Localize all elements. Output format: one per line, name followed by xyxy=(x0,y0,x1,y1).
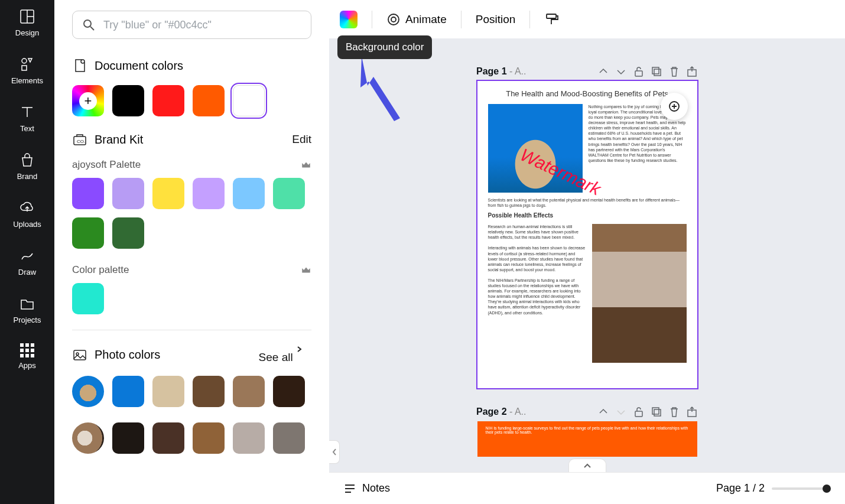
color-palette-label: Color palette xyxy=(72,264,129,276)
page-2[interactable]: NIH is funding large-scale surveys to fi… xyxy=(477,421,697,457)
cloud-upload-icon xyxy=(19,200,35,216)
color-swatch[interactable] xyxy=(152,85,184,116)
chevron-up-icon[interactable] xyxy=(597,406,609,418)
search-input[interactable] xyxy=(103,19,301,31)
color-swatch[interactable] xyxy=(112,217,144,249)
color-swatch[interactable] xyxy=(72,283,104,314)
brand-kit-icon: CO. xyxy=(72,132,87,147)
doc-para2: Scientists are looking at what the poten… xyxy=(488,197,687,208)
color-swatch[interactable] xyxy=(152,376,184,407)
trash-icon[interactable] xyxy=(668,406,680,418)
shapes-icon xyxy=(19,56,35,73)
trash-icon[interactable] xyxy=(668,66,680,77)
chevron-down-icon[interactable] xyxy=(615,66,627,77)
format-painter-button[interactable] xyxy=(544,12,558,27)
document-colors-header: Document colors xyxy=(72,58,311,73)
add-element-fab[interactable] xyxy=(661,93,688,120)
color-swatch[interactable] xyxy=(112,178,144,209)
svg-point-3 xyxy=(22,58,27,63)
chevron-up-icon xyxy=(583,463,592,469)
nav-brand[interactable]: Brand xyxy=(17,152,38,181)
color-search[interactable] xyxy=(72,11,311,39)
document-content: The Health and Mood-Boosting Benefits of… xyxy=(477,81,697,376)
lock-icon[interactable] xyxy=(633,406,645,418)
zoom-slider[interactable] xyxy=(772,487,831,490)
export-icon[interactable] xyxy=(686,66,698,77)
photo-icon xyxy=(72,347,87,363)
canvas-area: Animate Position Background color Page 1… xyxy=(329,0,845,504)
duplicate-icon[interactable] xyxy=(651,66,662,77)
svg-rect-10 xyxy=(74,350,86,360)
collapse-panel-handle[interactable] xyxy=(329,440,340,464)
grid-icon xyxy=(20,343,34,357)
doc-title: The Health and Mood-Boosting Benefits of… xyxy=(488,89,687,99)
folder-icon xyxy=(19,295,35,312)
color-swatch[interactable] xyxy=(193,422,225,454)
svg-rect-15 xyxy=(635,71,642,76)
page-1-label: Page 1 - A.. xyxy=(476,66,526,77)
color-swatch-selected[interactable] xyxy=(233,85,265,116)
text-icon xyxy=(19,104,35,121)
color-swatch[interactable] xyxy=(112,422,144,454)
svg-text:CO.: CO. xyxy=(77,139,85,144)
nav-uploads[interactable]: Uploads xyxy=(13,200,41,229)
add-color-swatch[interactable]: + xyxy=(72,85,104,116)
top-toolbar: Animate Position xyxy=(329,0,845,38)
nav-apps[interactable]: Apps xyxy=(18,343,36,370)
page-2-label: Page 2 - A.. xyxy=(476,407,526,417)
color-swatch[interactable] xyxy=(152,178,184,209)
photo-colors-row-1 xyxy=(72,376,311,407)
expand-pages-tab[interactable] xyxy=(568,459,606,472)
duplicate-icon[interactable] xyxy=(651,406,662,418)
color-swatch[interactable] xyxy=(193,376,225,407)
color-swatch[interactable] xyxy=(152,422,184,454)
color-swatch[interactable] xyxy=(112,376,144,407)
divider xyxy=(72,330,311,330)
page-1[interactable]: The Health and Mood-Boosting Benefits of… xyxy=(477,81,697,388)
position-button[interactable]: Position xyxy=(476,13,516,26)
nav-text[interactable]: Text xyxy=(19,104,35,133)
color-swatch[interactable] xyxy=(233,178,265,209)
bag-icon xyxy=(19,152,35,168)
background-color-button[interactable] xyxy=(340,11,358,28)
color-swatch[interactable] xyxy=(112,85,144,116)
color-swatch[interactable] xyxy=(273,376,305,407)
animate-button[interactable]: Animate xyxy=(386,12,447,27)
color-swatch[interactable] xyxy=(72,217,104,249)
nav-design[interactable]: Design xyxy=(15,8,39,37)
color-swatch[interactable] xyxy=(72,178,104,209)
nav-elements[interactable]: Elements xyxy=(11,56,43,85)
color-swatch[interactable] xyxy=(193,85,225,116)
see-all-link[interactable]: See all xyxy=(259,346,311,364)
lock-icon[interactable] xyxy=(633,66,645,77)
svg-rect-16 xyxy=(652,67,659,74)
notes-button[interactable]: Notes xyxy=(343,482,390,495)
nav-projects[interactable]: Projects xyxy=(14,295,41,324)
chevron-left-icon xyxy=(332,448,337,456)
nav-draw[interactable]: Draw xyxy=(18,248,36,277)
separator xyxy=(529,11,530,28)
photo-thumb[interactable] xyxy=(72,422,104,454)
svg-rect-22 xyxy=(654,409,661,416)
photo-colors-header: Photo colors See all xyxy=(72,346,311,364)
page-indicator: Page 1 / 2 xyxy=(716,482,765,495)
svg-point-12 xyxy=(388,14,399,25)
color-swatch[interactable] xyxy=(233,422,265,454)
palette-swatches xyxy=(72,283,311,314)
export-icon[interactable] xyxy=(686,406,698,418)
chevron-down-icon[interactable] xyxy=(615,406,627,418)
chevron-up-icon[interactable] xyxy=(597,66,609,77)
color-swatch[interactable] xyxy=(233,376,265,407)
zoom-thumb[interactable] xyxy=(823,485,831,493)
notes-icon xyxy=(343,482,356,495)
svg-rect-21 xyxy=(652,408,659,414)
brand-kit-header: CO. Brand Kit Edit xyxy=(72,132,311,147)
photo-colors-row-2 xyxy=(72,422,311,454)
page-1-header: Page 1 - A.. xyxy=(476,66,698,77)
color-swatch[interactable] xyxy=(273,178,305,209)
brand-kit-edit[interactable]: Edit xyxy=(292,133,311,146)
photo-thumb[interactable] xyxy=(72,376,104,407)
color-swatch[interactable] xyxy=(193,178,225,209)
color-swatch[interactable] xyxy=(273,422,305,454)
svg-rect-4 xyxy=(22,66,27,70)
